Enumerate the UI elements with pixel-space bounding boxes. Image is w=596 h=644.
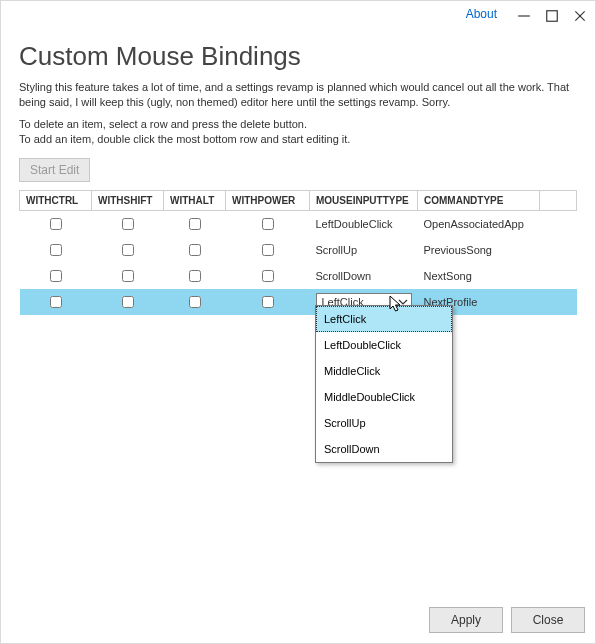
command-value: PreviousSong — [418, 237, 540, 263]
col-commandtype[interactable]: COMMANDTYPE — [418, 190, 540, 210]
command-value: OpenAssociatedApp — [418, 210, 540, 237]
dropdown-option[interactable]: LeftClick — [316, 306, 452, 332]
col-mouseinputtype[interactable]: MOUSEINPUTTYPE — [310, 190, 418, 210]
checkbox-shift[interactable] — [122, 296, 134, 308]
titlebar: About — [1, 1, 595, 29]
maximize-icon[interactable] — [545, 9, 559, 23]
command-value: NextSong — [418, 263, 540, 289]
checkbox-shift[interactable] — [122, 270, 134, 282]
table-row[interactable]: LeftClickNextProfile — [20, 289, 577, 315]
col-withctrl[interactable]: WITHCTRL — [20, 190, 92, 210]
settings-window: About Custom Mouse Bindings Styling this… — [0, 0, 596, 644]
table-row[interactable]: ScrollUpPreviousSong — [20, 237, 577, 263]
dropdown-option[interactable]: MiddleDoubleClick — [316, 384, 452, 410]
mouseinput-value: ScrollUp — [310, 237, 418, 263]
col-withpower[interactable]: WITHPOWER — [226, 190, 310, 210]
dropdown-option[interactable]: LeftDoubleClick — [316, 332, 452, 358]
checkbox-ctrl[interactable] — [50, 296, 62, 308]
checkbox-power[interactable] — [262, 218, 274, 230]
checkbox-alt[interactable] — [189, 218, 201, 230]
checkbox-power[interactable] — [262, 296, 274, 308]
footer-buttons: Apply Close — [419, 597, 595, 643]
dropdown-option[interactable]: MiddleClick — [316, 358, 452, 384]
checkbox-ctrl[interactable] — [50, 244, 62, 256]
checkbox-alt[interactable] — [189, 270, 201, 282]
mouseinput-dropdown[interactable]: LeftClickLeftDoubleClickMiddleClickMiddl… — [315, 305, 453, 463]
apply-button[interactable]: Apply — [429, 607, 503, 633]
table-row[interactable]: ScrollDownNextSong — [20, 263, 577, 289]
mouseinput-value: LeftDoubleClick — [310, 210, 418, 237]
about-link[interactable]: About — [466, 7, 497, 21]
content-area: Custom Mouse Bindings Styling this featu… — [1, 29, 595, 315]
dropdown-option[interactable]: ScrollUp — [316, 410, 452, 436]
svg-rect-1 — [547, 11, 558, 22]
checkbox-ctrl[interactable] — [50, 218, 62, 230]
bindings-table[interactable]: WITHCTRL WITHSHIFT WITHALT WITHPOWER MOU… — [19, 190, 577, 315]
col-spacer — [540, 190, 577, 210]
col-withalt[interactable]: WITHALT — [164, 190, 226, 210]
mouseinput-value: ScrollDown — [310, 263, 418, 289]
checkbox-power[interactable] — [262, 244, 274, 256]
checkbox-alt[interactable] — [189, 244, 201, 256]
description-text: Styling this feature takes a lot of time… — [19, 80, 577, 148]
checkbox-alt[interactable] — [189, 296, 201, 308]
col-withshift[interactable]: WITHSHIFT — [92, 190, 164, 210]
minimize-icon[interactable] — [517, 9, 531, 23]
start-edit-button: Start Edit — [19, 158, 90, 182]
mouse-cursor-icon — [389, 295, 403, 313]
table-row[interactable]: LeftDoubleClickOpenAssociatedApp — [20, 210, 577, 237]
checkbox-shift[interactable] — [122, 244, 134, 256]
checkbox-power[interactable] — [262, 270, 274, 282]
dropdown-option[interactable]: ScrollDown — [316, 436, 452, 462]
table-header-row: WITHCTRL WITHSHIFT WITHALT WITHPOWER MOU… — [20, 190, 577, 210]
close-button[interactable]: Close — [511, 607, 585, 633]
checkbox-shift[interactable] — [122, 218, 134, 230]
page-title: Custom Mouse Bindings — [19, 41, 577, 72]
checkbox-ctrl[interactable] — [50, 270, 62, 282]
close-icon[interactable] — [573, 9, 587, 23]
